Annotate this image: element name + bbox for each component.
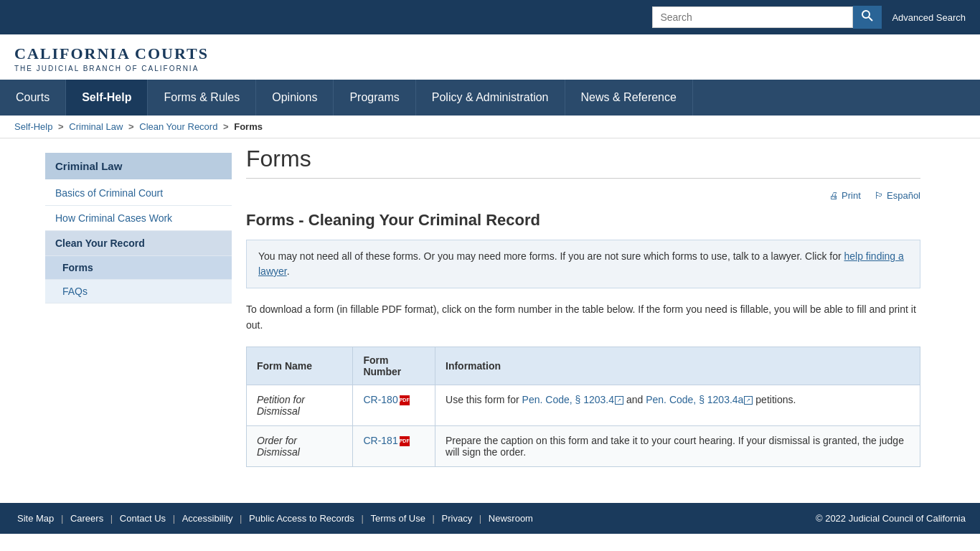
nav-item-opinions[interactable]: Opinions bbox=[256, 80, 334, 116]
info-box-text: You may not need all of these forms. Or … bbox=[258, 250, 844, 262]
col-information: Information bbox=[435, 347, 920, 385]
form-name: Order for Dismissal bbox=[257, 435, 300, 458]
breadcrumb-link[interactable]: Self-Help bbox=[14, 121, 52, 132]
pdf-icon: PDF bbox=[400, 436, 410, 446]
logo-title: California Courts bbox=[14, 44, 209, 63]
sidebar: Criminal LawBasics of Criminal CourtHow … bbox=[45, 146, 232, 481]
footer-links: Site Map | Careers | Contact Us | Access… bbox=[14, 513, 536, 524]
footer-sep: | bbox=[476, 513, 484, 524]
sidebar-item[interactable]: Clean Your Record bbox=[45, 231, 232, 256]
footer-sep: | bbox=[237, 513, 245, 524]
search-icon bbox=[862, 10, 873, 22]
footer-sep: | bbox=[108, 513, 116, 524]
nav-item-courts[interactable]: Courts bbox=[0, 80, 66, 116]
breadcrumb-current: Forms bbox=[234, 121, 263, 132]
col-form-number: Form Number bbox=[353, 347, 435, 385]
form-number-link[interactable]: CR-181 bbox=[363, 435, 397, 446]
sidebar-link[interactable]: Clean Your Record bbox=[55, 237, 145, 249]
print-icon: 🖨 bbox=[829, 190, 839, 201]
content-wrapper: Criminal LawBasics of Criminal CourtHow … bbox=[45, 138, 935, 496]
footer-link[interactable]: Terms of Use bbox=[370, 513, 425, 524]
breadcrumb-sep: > bbox=[55, 121, 66, 132]
footer-link[interactable]: Site Map bbox=[17, 513, 54, 524]
print-link[interactable]: 🖨 Print bbox=[829, 190, 863, 201]
footer-link[interactable]: Contact Us bbox=[120, 513, 166, 524]
intro-text: To download a form (in fillable PDF form… bbox=[246, 301, 920, 334]
info-box: You may not need all of these forms. Or … bbox=[246, 240, 920, 288]
footer-copyright: © 2022 Judicial Council of California bbox=[816, 513, 966, 524]
form-number-cell: CR-181PDF bbox=[353, 425, 435, 466]
form-name: Petition for Dismissal bbox=[257, 394, 305, 417]
sidebar-link[interactable]: Basics of Criminal Court bbox=[55, 187, 163, 199]
info-link[interactable]: Pen. Code, § 1203.4 bbox=[522, 394, 614, 405]
footer-sep: | bbox=[170, 513, 178, 524]
sidebar-link[interactable]: Forms bbox=[62, 262, 93, 273]
site-header: California Courts The Judicial Branch of… bbox=[0, 34, 980, 80]
footer-link[interactable]: Accessibility bbox=[182, 513, 233, 524]
info-box-period: . bbox=[287, 265, 290, 277]
form-name-cell: Petition for Dismissal bbox=[247, 385, 353, 425]
main-content: Forms 🖨 Print 🏳 Español Forms - Cleaning… bbox=[232, 146, 935, 481]
info-cell: Use this form for Pen. Code, § 1203.4↗ a… bbox=[435, 385, 920, 425]
svg-point-0 bbox=[862, 11, 870, 18]
advanced-search-link[interactable]: Advanced Search bbox=[892, 12, 966, 23]
footer-link[interactable]: Newsroom bbox=[489, 513, 533, 524]
section-heading: Forms - Cleaning Your Criminal Record bbox=[246, 211, 920, 230]
site-logo: California Courts The Judicial Branch of… bbox=[14, 44, 209, 72]
sidebar-item[interactable]: Forms bbox=[45, 256, 232, 280]
footer-link[interactable]: Public Access to Records bbox=[249, 513, 354, 524]
table-row: Petition for DismissalCR-180PDFUse this … bbox=[247, 385, 920, 425]
sidebar-link[interactable]: How Criminal Cases Work bbox=[55, 212, 172, 224]
form-number-cell: CR-180PDF bbox=[353, 385, 435, 425]
breadcrumb-link[interactable]: Criminal Law bbox=[69, 121, 123, 132]
espanol-label: Español bbox=[887, 190, 920, 201]
sidebar-link[interactable]: FAQs bbox=[62, 286, 88, 297]
flag-icon: 🏳 bbox=[875, 190, 884, 201]
site-footer: Site Map | Careers | Contact Us | Access… bbox=[0, 503, 980, 534]
nav-item-programs[interactable]: Programs bbox=[334, 80, 415, 116]
external-link-icon: ↗ bbox=[615, 396, 623, 405]
form-name-cell: Order for Dismissal bbox=[247, 425, 353, 466]
top-bar: Advanced Search bbox=[0, 0, 980, 34]
nav-item-news---reference[interactable]: News & Reference bbox=[565, 80, 693, 116]
form-number-link[interactable]: CR-180 bbox=[363, 394, 397, 405]
info-link[interactable]: Pen. Code, § 1203.4a bbox=[646, 394, 743, 405]
breadcrumb: Self-Help > Criminal Law > Clean Your Re… bbox=[0, 116, 980, 138]
page-title: Forms bbox=[246, 146, 920, 179]
print-bar: 🖨 Print 🏳 Español bbox=[246, 186, 920, 211]
logo-subtitle: The Judicial Branch of California bbox=[14, 65, 209, 72]
breadcrumb-sep: > bbox=[126, 121, 136, 132]
main-nav: CourtsSelf-HelpForms & RulesOpinionsProg… bbox=[0, 80, 980, 116]
pdf-icon: PDF bbox=[400, 395, 410, 405]
external-link-icon: ↗ bbox=[744, 396, 753, 405]
sidebar-item[interactable]: How Criminal Cases Work bbox=[45, 206, 232, 231]
svg-line-1 bbox=[869, 17, 872, 21]
footer-link[interactable]: Privacy bbox=[442, 513, 473, 524]
breadcrumb-sep: > bbox=[220, 121, 231, 132]
table-row: Order for DismissalCR-181PDFPrepare the … bbox=[247, 425, 920, 466]
nav-item-forms---rules[interactable]: Forms & Rules bbox=[148, 80, 256, 116]
nav-item-self-help[interactable]: Self-Help bbox=[66, 80, 148, 116]
footer-sep: | bbox=[359, 513, 367, 524]
search-button[interactable] bbox=[853, 6, 882, 29]
footer-link[interactable]: Careers bbox=[70, 513, 103, 524]
print-label: Print bbox=[842, 190, 861, 201]
footer-sep: | bbox=[430, 513, 438, 524]
sidebar-item[interactable]: Basics of Criminal Court bbox=[45, 181, 232, 206]
breadcrumb-link[interactable]: Clean Your Record bbox=[139, 121, 217, 132]
search-form: Advanced Search bbox=[652, 6, 966, 29]
sidebar-item[interactable]: FAQs bbox=[45, 280, 232, 303]
col-form-name: Form Name bbox=[247, 347, 353, 385]
info-cell: Prepare the caption on this form and tak… bbox=[435, 425, 920, 466]
sidebar-section-title: Criminal Law bbox=[45, 153, 232, 179]
forms-table: Form Name Form Number Information Petiti… bbox=[246, 347, 920, 467]
espanol-link[interactable]: 🏳 Español bbox=[875, 190, 920, 201]
footer-sep: | bbox=[58, 513, 66, 524]
search-input[interactable] bbox=[652, 6, 853, 28]
nav-item-policy---administration[interactable]: Policy & Administration bbox=[416, 80, 565, 116]
